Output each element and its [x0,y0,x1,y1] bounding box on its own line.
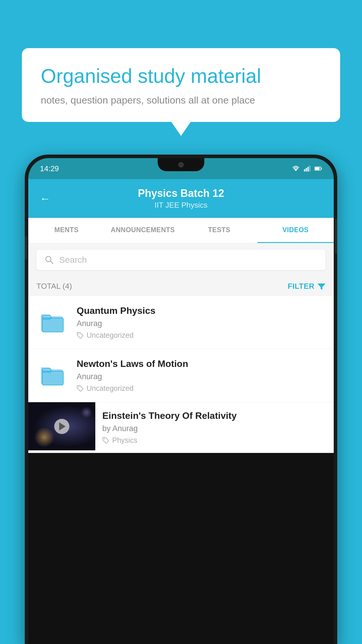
video-author-einstein: by Anurag [102,424,327,433]
battery-icon [314,166,322,171]
video-tag-newton: Uncategorized [77,384,326,393]
video-title-quantum: Quantum Physics [77,305,326,316]
speech-bubble-container: Organised study material notes, question… [22,48,340,122]
svg-point-23 [104,438,105,440]
app-header: ← Physics Batch 12 IIT JEE Physics [28,179,334,218]
svg-marker-0 [294,169,298,171]
svg-marker-10 [317,284,326,290]
notch-camera [178,162,184,167]
side-button-left [25,236,27,260]
notch [158,158,204,171]
bubble-subtitle: notes, question papers, solutions all at… [41,94,321,106]
status-icons [292,165,322,172]
tabs-bar: MENTS ANNOUNCEMENTS TESTS VIDEOS [28,218,334,243]
content-area: Quantum Physics Anurag Uncategorized [28,296,334,453]
speech-bubble: Organised study material notes, question… [22,48,340,122]
tag-icon-newton [77,385,84,392]
video-author-quantum: Anurag [77,319,326,328]
play-button[interactable] [54,419,69,434]
header-title: Physics Batch 12 [59,187,303,200]
svg-rect-7 [315,167,320,170]
video-thumb-newton [36,358,68,391]
filter-row: TOTAL (4) FILTER [28,276,334,296]
folder-icon-quantum [39,310,66,333]
total-label: TOTAL (4) [36,282,72,291]
bubble-title: Organised study material [41,64,321,88]
orb1 [34,427,55,447]
svg-point-16 [78,333,79,335]
play-triangle [59,422,66,430]
side-button-right [335,219,337,254]
svg-rect-1 [304,169,305,172]
video-thumb-quantum [36,305,68,337]
phone-frame: 14:29 [25,155,337,644]
video-item-einstein[interactable]: Einstein's Theory Of Relativity by Anura… [28,402,334,453]
wifi-icon [292,165,300,172]
svg-rect-13 [42,318,63,332]
svg-rect-6 [321,168,322,169]
header-subtitle: IIT JEE Physics [59,201,303,210]
video-author-newton: Anurag [77,372,326,381]
search-icon [45,255,54,265]
tab-announcements[interactable]: ANNOUNCEMENTS [105,218,181,243]
filter-button[interactable]: FILTER [288,282,326,291]
svg-line-9 [50,261,53,264]
header-title-block: Physics Batch 12 IIT JEE Physics [59,187,303,210]
video-info-newton: Newton's Laws of Motion Anurag Uncategor… [77,358,326,393]
tab-tests[interactable]: TESTS [181,218,257,243]
svg-rect-2 [306,168,307,172]
phone-inner: 14:29 [28,158,334,644]
search-placeholder: Search [59,255,87,265]
tab-ments[interactable]: MENTS [28,218,105,243]
thumbnail-bg [28,402,95,450]
video-info-einstein: Einstein's Theory Of Relativity by Anura… [95,402,334,453]
orb2 [81,407,92,418]
status-time: 14:29 [40,164,59,173]
search-container: Search [28,243,334,276]
video-title-newton: Newton's Laws of Motion [77,358,326,369]
tag-icon-einstein [102,437,109,444]
signal-icon [304,166,310,172]
back-button[interactable]: ← [40,192,50,205]
tag-icon-quantum [77,332,84,339]
svg-rect-4 [309,166,310,172]
folder-icon-newton [39,363,66,386]
svg-rect-19 [42,371,63,385]
tab-videos[interactable]: VIDEOS [257,218,334,243]
svg-point-22 [78,386,79,388]
svg-rect-3 [307,167,309,172]
video-item-newton[interactable]: Newton's Laws of Motion Anurag Uncategor… [28,349,334,402]
video-tag-quantum: Uncategorized [77,331,326,340]
video-info-quantum: Quantum Physics Anurag Uncategorized [77,305,326,340]
filter-icon [317,283,326,290]
status-bar: 14:29 [28,158,334,179]
video-title-einstein: Einstein's Theory Of Relativity [102,410,327,421]
video-item-quantum[interactable]: Quantum Physics Anurag Uncategorized [28,296,334,349]
search-bar[interactable]: Search [36,250,326,270]
video-thumbnail-einstein [28,402,95,450]
video-tag-einstein: Physics [102,436,327,444]
